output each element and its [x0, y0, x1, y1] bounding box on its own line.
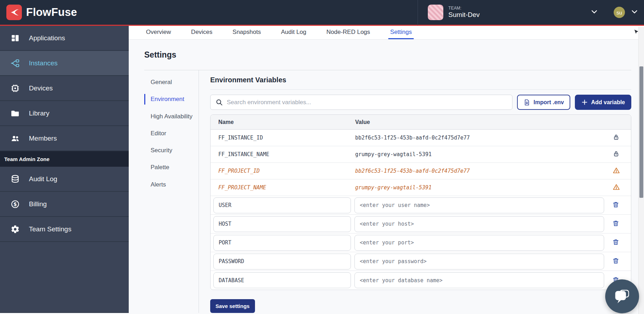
add-variable-button[interactable]: Add variable — [575, 95, 631, 110]
team-selector[interactable]: TEAM: Sumit-Dev — [428, 5, 598, 20]
warning-icon — [613, 183, 620, 192]
env-var-name-input[interactable] — [213, 197, 351, 213]
env-var-value-input[interactable] — [354, 254, 604, 269]
lock-icon — [613, 150, 620, 159]
sidebar-item-applications[interactable]: Applications — [0, 26, 129, 51]
save-settings-button[interactable]: Save settings — [210, 299, 255, 313]
env-var-value-input[interactable] — [354, 235, 604, 251]
scrollbar-thumb[interactable] — [639, 66, 643, 198]
trash-icon[interactable] — [612, 257, 619, 266]
sidebar-item-library[interactable]: Library — [0, 101, 129, 126]
warning-icon — [613, 167, 620, 176]
page-title: Settings — [144, 50, 631, 60]
import-env-button[interactable]: Import .env — [517, 95, 570, 110]
env-variables-table: Name Value FF_INSTANCE_ID bb2f6c53-1f25-… — [210, 114, 631, 290]
tab-node-red-logs[interactable]: Node-RED Logs — [325, 26, 372, 39]
env-var-name: FF_PROJECT_ID — [211, 168, 355, 174]
instances-icon — [11, 59, 20, 68]
table-row: FF_PROJECT_NAME grumpy-grey-wagtail-5391 — [211, 179, 631, 196]
trash-icon[interactable] — [612, 238, 619, 247]
sidebar-item-label: Devices — [29, 84, 53, 92]
env-var-name: FF_INSTANCE_ID — [211, 135, 355, 141]
instance-tabbar: Overview Devices Snapshots Audit Log Nod… — [129, 26, 644, 40]
user-avatar[interactable]: su — [614, 7, 625, 18]
sidebar-item-billing[interactable]: $ Billing — [0, 192, 129, 217]
env-variables-heading: Environment Variables — [210, 76, 631, 84]
tab-devices[interactable]: Devices — [189, 26, 214, 39]
sidebar-item-members[interactable]: Members — [0, 126, 129, 151]
sidebar-item-instances[interactable]: Instances — [0, 51, 129, 76]
table-header-row: Name Value — [211, 115, 631, 130]
env-var-value-input[interactable] — [354, 197, 604, 213]
env-var-name: FF_PROJECT_NAME — [211, 184, 355, 191]
subnav-item-palette[interactable]: Palette — [144, 162, 199, 172]
import-env-label: Import .env — [534, 99, 564, 106]
env-var-name-input[interactable] — [213, 235, 351, 251]
billing-icon: $ — [11, 200, 20, 209]
table-row — [211, 196, 631, 215]
flowfuse-app: FlowFuse TEAM: Sumit-Dev su — [0, 0, 644, 314]
subnav-item-general[interactable]: General — [144, 77, 199, 87]
sidebar-item-label: Library — [29, 109, 49, 117]
import-file-icon — [523, 99, 530, 106]
sidebar-item-label: Applications — [29, 34, 65, 42]
subnav-item-environment[interactable]: Environment — [144, 94, 199, 104]
sidebar-item-label: Instances — [29, 59, 57, 67]
subnav-item-editor[interactable]: Editor — [144, 128, 199, 138]
brand-name: FlowFuse — [26, 6, 77, 19]
env-var-name-input[interactable] — [213, 216, 351, 232]
svg-text:$: $ — [13, 201, 17, 207]
table-row — [211, 271, 631, 290]
sidebar-item-label: Audit Log — [29, 175, 57, 183]
subnav-item-alerts[interactable]: Alerts — [144, 179, 199, 190]
sidebar-item-label: Billing — [29, 200, 47, 208]
user-menu[interactable]: su — [614, 7, 638, 18]
env-var-value: bb2f6c53-1f25-453b-aafd-0c2f475d7e77 — [355, 135, 601, 141]
sidebar-item-audit-log[interactable]: Audit Log — [0, 167, 129, 192]
env-var-name-input[interactable] — [213, 272, 351, 288]
lock-icon — [613, 134, 620, 142]
chat-widget-button[interactable] — [605, 279, 639, 313]
settings-subnav: General Environment High Availability Ed… — [144, 70, 199, 313]
sidebar-item-team-settings[interactable]: Team Settings — [0, 217, 129, 242]
sidebar-item-label: Members — [29, 135, 57, 142]
tab-audit-log[interactable]: Audit Log — [279, 26, 308, 39]
search-input[interactable] — [227, 99, 507, 106]
table-row — [211, 233, 631, 252]
header-divider — [418, 0, 418, 25]
env-var-name: FF_INSTANCE_NAME — [211, 151, 355, 158]
sidebar-item-devices[interactable]: Devices — [0, 76, 129, 101]
gear-icon — [11, 225, 20, 234]
search-icon — [215, 99, 223, 106]
team-chevron-down-icon[interactable] — [590, 8, 598, 17]
env-var-name-input[interactable] — [213, 254, 351, 269]
env-heading-divider — [210, 89, 631, 90]
tab-overview[interactable]: Overview — [144, 26, 173, 39]
team-avatar — [428, 5, 443, 20]
top-header: FlowFuse TEAM: Sumit-Dev su — [0, 0, 644, 26]
subnav-item-security[interactable]: Security — [144, 145, 199, 155]
table-row — [211, 252, 631, 271]
applications-icon — [11, 34, 20, 43]
table-row: FF_INSTANCE_ID bb2f6c53-1f25-453b-aafd-0… — [211, 130, 631, 146]
plus-icon — [581, 99, 588, 106]
trash-icon[interactable] — [612, 201, 619, 209]
members-icon — [11, 134, 20, 143]
env-search-box[interactable] — [210, 95, 512, 110]
brand[interactable]: FlowFuse — [6, 5, 77, 20]
table-row: FF_INSTANCE_NAME grumpy-grey-wagtail-539… — [211, 146, 631, 163]
subnav-item-high-availability[interactable]: High Availability — [144, 111, 199, 122]
user-chevron-down-icon[interactable] — [631, 8, 638, 17]
tab-snapshots[interactable]: Snapshots — [231, 26, 262, 39]
devices-icon — [11, 84, 20, 93]
sidebar-item-label: Team Settings — [29, 225, 71, 233]
team-admin-zone-label: Team Admin Zone — [0, 151, 129, 167]
tab-settings[interactable]: Settings — [388, 26, 413, 39]
trash-icon[interactable] — [612, 220, 619, 228]
env-var-value-input[interactable] — [354, 216, 604, 232]
chat-icon — [613, 287, 631, 306]
database-icon — [11, 174, 20, 184]
column-header-name: Name — [211, 119, 355, 125]
env-var-value-input[interactable] — [354, 272, 604, 288]
page-scrollbar[interactable] — [638, 27, 644, 314]
